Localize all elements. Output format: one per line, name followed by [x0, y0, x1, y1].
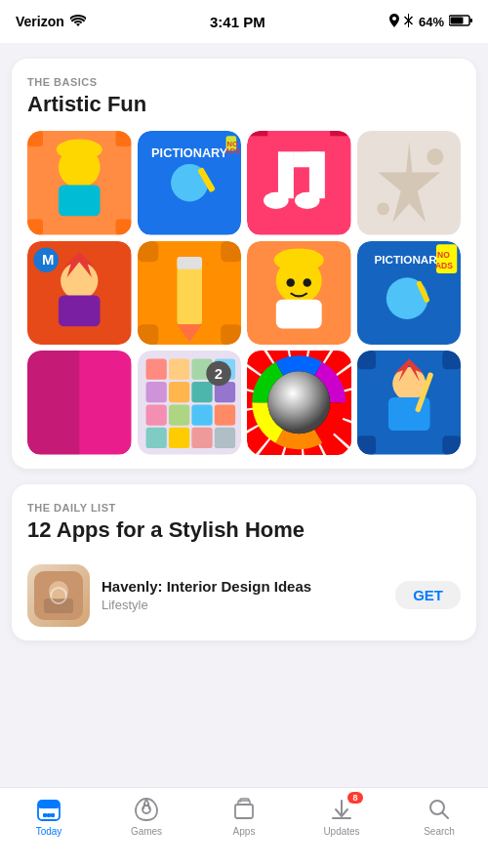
tab-updates[interactable]: 8 Updates: [293, 796, 390, 837]
svg-rect-62: [168, 359, 188, 380]
svg-rect-61: [145, 359, 166, 380]
svg-rect-89: [357, 351, 376, 369]
svg-rect-48: [276, 299, 322, 328]
svg-rect-70: [168, 404, 188, 425]
svg-rect-9: [116, 131, 132, 146]
artistic-fun-card: THE BASICS Artistic Fun: [12, 59, 476, 469]
svg-text:PICTIONARY: PICTIONARY: [374, 253, 444, 266]
svg-rect-2: [451, 17, 464, 23]
svg-rect-103: [235, 805, 253, 818]
tab-today-label: Today: [36, 826, 62, 837]
svg-rect-22: [309, 151, 325, 198]
svg-rect-11: [116, 220, 132, 235]
get-button[interactable]: GET: [395, 581, 461, 609]
svg-point-24: [295, 192, 320, 209]
status-right: 64%: [389, 14, 472, 30]
svg-rect-73: [145, 428, 166, 448]
svg-rect-87: [387, 397, 429, 431]
svg-rect-42: [221, 241, 241, 262]
app-icon-puzzle-light[interactable]: [357, 131, 462, 235]
tab-search[interactable]: Search: [390, 796, 488, 837]
search-icon: [426, 796, 453, 823]
location-icon: [389, 14, 399, 30]
app-icon-hue[interactable]: 2: [138, 351, 242, 455]
svg-rect-76: [214, 428, 234, 448]
tab-today[interactable]: Today: [0, 796, 98, 837]
svg-rect-69: [145, 404, 166, 425]
svg-rect-101: [51, 813, 55, 817]
status-left: Verizon: [16, 14, 86, 29]
svg-rect-44: [221, 324, 241, 345]
svg-rect-19: [247, 131, 351, 235]
featured-app-item[interactable]: Havenly: Interior Design Ideas Lifestyle…: [27, 557, 461, 627]
main-scroll[interactable]: THE BASICS Artistic Fun: [0, 43, 488, 787]
svg-point-32: [61, 262, 98, 299]
tab-apps[interactable]: Apps: [195, 796, 293, 837]
app-icon-adventure-time-2[interactable]: [247, 241, 351, 346]
app-icon-pictionary-2[interactable]: PICTIONARY NO ADS: [357, 241, 462, 346]
svg-rect-43: [138, 324, 158, 345]
svg-rect-100: [47, 813, 51, 817]
artistic-eyebrow: THE BASICS: [27, 76, 461, 88]
app-icon-pencil-puzzle[interactable]: [138, 241, 242, 346]
apps-icon: [230, 796, 258, 823]
app-icon-ninja[interactable]: [357, 351, 462, 455]
artistic-title: Artistic Fun: [27, 92, 461, 117]
svg-rect-20: [278, 151, 294, 198]
games-icon: [133, 796, 160, 823]
svg-text:NO: NO: [437, 250, 450, 260]
svg-rect-92: [442, 435, 461, 454]
svg-rect-75: [191, 428, 212, 448]
app-icon-pictionary-1[interactable]: PICTIONARY NO ADS: [138, 131, 242, 235]
svg-rect-6: [59, 185, 101, 216]
svg-rect-25: [247, 131, 267, 136]
status-time: 3:41 PM: [210, 14, 265, 30]
tab-apps-label: Apps: [233, 826, 256, 837]
svg-point-23: [264, 192, 289, 209]
svg-text:2: 2: [214, 366, 222, 382]
app-icon-music-tiles[interactable]: [247, 131, 351, 235]
app-icon-magician[interactable]: M: [27, 241, 132, 346]
svg-rect-99: [43, 813, 47, 817]
svg-point-49: [286, 278, 295, 287]
svg-rect-95: [44, 599, 73, 613]
svg-point-30: [377, 202, 389, 215]
svg-rect-8: [27, 131, 43, 146]
today-icon: [35, 796, 62, 823]
svg-point-83: [267, 371, 330, 434]
svg-point-50: [304, 278, 312, 287]
svg-rect-65: [145, 382, 166, 402]
battery-icon: [449, 15, 472, 29]
updates-icon: 8: [328, 796, 355, 823]
daily-list-card: THE DAILY LIST 12 Apps for a Stylish Hom…: [12, 484, 476, 641]
svg-text:ADS: ADS: [224, 146, 240, 155]
tab-bar: Today Games Apps: [0, 787, 488, 868]
app-icon-adventure-time-1[interactable]: [27, 131, 132, 235]
bluetooth-icon: [404, 14, 414, 30]
svg-rect-72: [214, 404, 234, 425]
svg-rect-67: [191, 382, 212, 402]
tab-updates-label: Updates: [323, 826, 359, 837]
svg-point-7: [57, 140, 102, 160]
status-bar: Verizon 3:41 PM 64%: [0, 0, 488, 43]
app-icon-color-wheel[interactable]: [247, 351, 351, 455]
daily-title: 12 Apps for a Stylish Home: [27, 517, 461, 543]
updates-badge: 8: [347, 792, 363, 804]
svg-text:PICTIONARY: PICTIONARY: [151, 145, 228, 160]
havenly-category: Lifestyle: [102, 598, 384, 612]
tab-search-label: Search: [424, 826, 455, 837]
tab-games[interactable]: Games: [98, 796, 195, 837]
svg-rect-66: [168, 382, 188, 402]
svg-rect-98: [38, 801, 60, 808]
svg-point-29: [427, 148, 443, 165]
svg-rect-34: [59, 295, 101, 326]
svg-rect-41: [138, 241, 158, 262]
svg-rect-90: [442, 351, 461, 369]
app-grid: PICTIONARY NO ADS: [27, 131, 461, 455]
svg-rect-91: [357, 435, 376, 454]
havenly-icon: [27, 564, 90, 627]
app-icon-pink-left[interactable]: [27, 351, 132, 455]
svg-text:M: M: [42, 252, 54, 268]
wifi-icon: [70, 15, 86, 29]
battery-label: 64%: [419, 15, 444, 29]
